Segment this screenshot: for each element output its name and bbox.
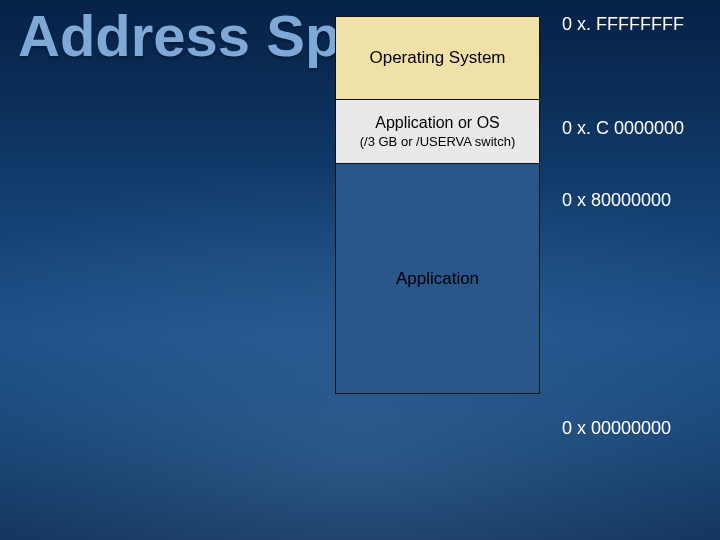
- address-c0000000: 0 x. C 0000000: [562, 118, 684, 139]
- region-switch-label: Application or OS: [375, 114, 500, 132]
- region-switch-sublabel: (/3 GB or /USERVA switch): [360, 134, 516, 149]
- address-ffffffff: 0 x. FFFFFFFF: [562, 14, 684, 35]
- address-80000000: 0 x 80000000: [562, 190, 671, 211]
- region-os-label: Operating System: [369, 48, 505, 68]
- region-switch: Application or OS (/3 GB or /USERVA swit…: [335, 100, 540, 164]
- region-app-label: Application: [396, 269, 479, 289]
- address-00000000: 0 x 00000000: [562, 418, 671, 439]
- address-space-diagram: Operating System Application or OS (/3 G…: [335, 16, 540, 394]
- region-app: Application: [335, 164, 540, 394]
- region-os: Operating System: [335, 16, 540, 100]
